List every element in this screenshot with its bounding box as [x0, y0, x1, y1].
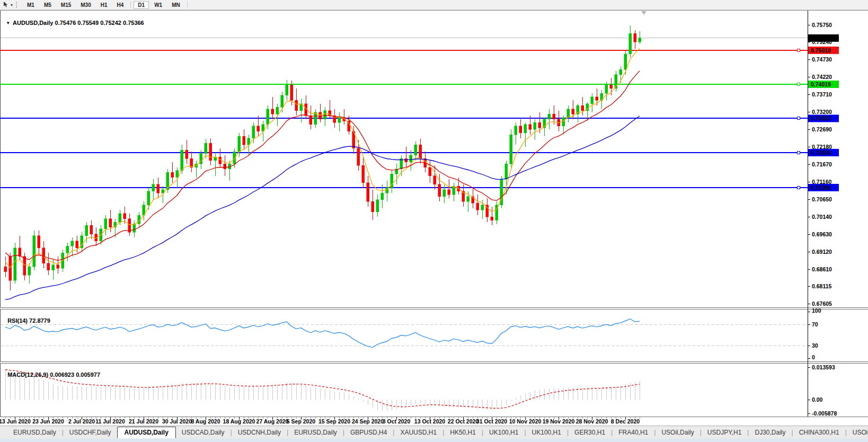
svg-text:22 Oct 2020: 22 Oct 2020 — [448, 418, 479, 425]
svg-text:13 Jun 2020: 13 Jun 2020 — [0, 418, 31, 425]
symbol-tab-audusd-daily[interactable]: AUDUSD,Daily — [117, 427, 176, 438]
timeframe-button-m1[interactable]: M1 — [23, 1, 39, 9]
svg-text:27 Aug 2020: 27 Aug 2020 — [256, 418, 289, 425]
symbol-tab-usdjpy-h1[interactable]: USDJPY,H1 — [702, 427, 747, 438]
chart-title-ohlc: 0.75476 0.75549 0.75242 0.75366 — [55, 20, 144, 26]
symbol-tab-gbpusd-h4[interactable]: GBPUSD,H4 — [344, 427, 393, 438]
timeframe-button-m30[interactable]: M30 — [76, 1, 95, 9]
symbol-tab-hk50-h1[interactable]: HK50,H1 — [444, 427, 482, 438]
macd-indicator-label: MACD(12,26,9) 0.006923 0.005977 — [4, 365, 100, 378]
svg-text:100: 100 — [812, 307, 821, 314]
symbol-tab-uk100-h1[interactable]: UK100,H1 — [483, 427, 524, 438]
hline-handle[interactable] — [797, 186, 800, 189]
svg-text:0.70140: 0.70140 — [812, 214, 832, 220]
svg-text:24 Sep 2020: 24 Sep 2020 — [352, 418, 384, 425]
timeframe-button-mn[interactable]: MN — [167, 1, 184, 9]
timeframe-button-m15[interactable]: M15 — [57, 1, 75, 9]
chart-title: ▼AUDUSD,Daily 0.75476 0.75549 0.75242 0.… — [3, 13, 144, 26]
svg-text:0: 0 — [812, 354, 815, 360]
svg-text:0.013593: 0.013593 — [812, 364, 835, 370]
svg-text:3 Oct 2020: 3 Oct 2020 — [383, 418, 411, 425]
svg-text:11 Jul 2020: 11 Jul 2020 — [95, 418, 125, 425]
svg-text:31 Oct 2020: 31 Oct 2020 — [476, 418, 508, 425]
symbol-tab-bar: EURUSD,Daily|USDCHF,DailyAUDUSD,DailyUSD… — [0, 426, 868, 439]
svg-text:0.00: 0.00 — [812, 396, 823, 403]
timeframe-button-m5[interactable]: M5 — [40, 1, 56, 9]
toolbar-separator — [130, 2, 131, 8]
price-badge: 0.71006 — [811, 184, 831, 191]
svg-text:28 Nov 2020: 28 Nov 2020 — [576, 418, 608, 425]
symbol-tab-usdcnh-daily[interactable]: USDCNH,Daily — [232, 427, 287, 438]
timeframe-button-h4[interactable]: H4 — [113, 1, 128, 9]
symbol-tab-dj30-daily[interactable]: DJ30,Daily — [749, 427, 791, 438]
svg-text:15 Sep 2020: 15 Sep 2020 — [318, 418, 350, 425]
timeframe-button-d1[interactable]: D1 — [134, 1, 149, 9]
svg-text:23 Jun 2020: 23 Jun 2020 — [32, 418, 64, 425]
price-badge: 0.72026 — [811, 149, 831, 156]
svg-text:0.71670: 0.71670 — [812, 161, 832, 167]
price-badge: 0.74019 — [811, 81, 831, 87]
symbol-tab-fra40-h1[interactable]: FRA40,H1 — [613, 427, 654, 438]
svg-text:0.73710: 0.73710 — [812, 91, 832, 98]
svg-text:21 Jul 2020: 21 Jul 2020 — [129, 418, 158, 425]
chart-collapse-icon[interactable]: ▼ — [6, 21, 10, 25]
timeframe-button-h1[interactable]: H1 — [96, 1, 112, 9]
svg-text:5 Sep 2020: 5 Sep 2020 — [287, 418, 315, 425]
toolbar: ▾ M1M5M15M30H1H4D1W1MN — [0, 0, 868, 10]
symbol-tab-usoil-h1[interactable]: USOil,H1 — [847, 427, 868, 438]
cursor-tool-icon[interactable] — [1, 1, 11, 8]
timeframe-button-group: M1M5M15M30H1H4D1W1MN — [22, 1, 190, 9]
svg-text:0.69120: 0.69120 — [812, 249, 832, 255]
svg-text:18 Aug 2020: 18 Aug 2020 — [223, 418, 255, 425]
svg-text:0.73200: 0.73200 — [812, 109, 832, 115]
svg-text:-0.005878: -0.005878 — [812, 410, 837, 417]
svg-text:0.67605: 0.67605 — [812, 300, 832, 307]
svg-text:19 Nov 2020: 19 Nov 2020 — [543, 418, 575, 425]
symbol-tab-usoil-daily[interactable]: USOil,Daily — [656, 427, 699, 438]
svg-text:8 Aug 2020: 8 Aug 2020 — [191, 418, 220, 425]
hline-handle[interactable] — [797, 83, 800, 85]
symbol-tab-eurusd-daily[interactable]: EURUSD,Daily — [7, 427, 62, 438]
symbol-tab-xauusd-h1[interactable]: XAUUSD,H1 — [394, 427, 442, 438]
symbol-tab-usdcad-daily[interactable]: USDCAD,Daily — [176, 427, 231, 438]
svg-text:0.70650: 0.70650 — [812, 196, 832, 202]
svg-text:2 Jul 2020: 2 Jul 2020 — [68, 418, 95, 425]
svg-text:0.74730: 0.74730 — [812, 56, 832, 63]
toolbar-separator — [187, 2, 188, 8]
toolbar-grip[interactable] — [16, 2, 19, 8]
svg-text:13 Oct 2020: 13 Oct 2020 — [414, 418, 446, 425]
symbol-tab-china300-h1[interactable]: CHINA300,H1 — [793, 427, 845, 438]
symbol-tab-usdchf-daily[interactable]: USDCHF,Daily — [64, 427, 117, 438]
symbol-tab-ger30-h1[interactable]: GER30,H1 — [569, 427, 611, 438]
hline-handle[interactable] — [797, 117, 800, 120]
symbol-tab-eurusd-daily[interactable]: EURUSD,Daily — [288, 427, 343, 438]
price-badge: 0.75010 — [811, 47, 831, 54]
svg-text:30 Jul 2020: 30 Jul 2020 — [162, 418, 192, 425]
rsi-indicator-label: RSI(14) 72.8779 — [4, 311, 50, 324]
price-badge: 0.75366 — [811, 35, 831, 41]
hline-handle[interactable] — [797, 49, 800, 51]
timeframe-button-w1[interactable]: W1 — [150, 1, 166, 9]
svg-text:0.75750: 0.75750 — [812, 22, 832, 28]
svg-text:30: 30 — [812, 342, 818, 349]
svg-text:0.69630: 0.69630 — [812, 231, 832, 237]
status-bar — [0, 439, 868, 442]
svg-text:8 Dec 2020: 8 Dec 2020 — [611, 418, 640, 425]
svg-text:10 Nov 2020: 10 Nov 2020 — [509, 418, 542, 425]
hline-handle[interactable] — [797, 151, 800, 154]
svg-text:0.74220: 0.74220 — [812, 74, 832, 80]
svg-text:70: 70 — [812, 321, 818, 328]
price-badge: 0.73023 — [811, 115, 831, 121]
symbol-tab-uk100-h1[interactable]: UK100,H1 — [526, 427, 567, 438]
chart-area[interactable]: 0.757500.752400.747300.742200.737100.732… — [0, 0, 868, 426]
svg-text:0.68115: 0.68115 — [812, 283, 832, 289]
dropdown-caret-icon[interactable]: ▾ — [11, 3, 13, 7]
symbol-tabs: EURUSD,Daily|USDCHF,DailyAUDUSD,DailyUSD… — [7, 427, 868, 438]
chart-title-symbol: AUDUSD,Daily — [13, 20, 53, 26]
svg-text:0.72690: 0.72690 — [812, 126, 832, 132]
svg-text:0.68610: 0.68610 — [812, 266, 832, 272]
